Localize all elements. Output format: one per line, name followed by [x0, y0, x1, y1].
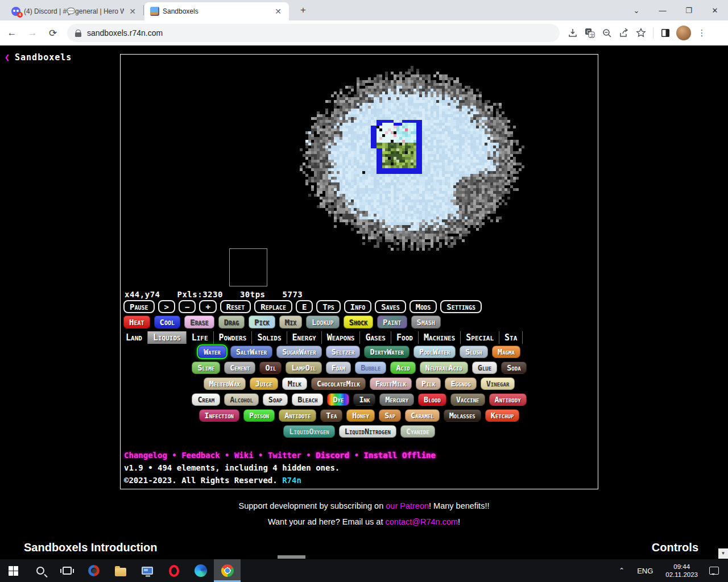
- element-seltzer-button[interactable]: Seltzer: [326, 346, 361, 358]
- control---button[interactable]: −: [179, 300, 196, 313]
- element-dye-button[interactable]: Dye: [327, 393, 349, 406]
- taskbar-search-button[interactable]: [27, 559, 53, 582]
- element-antibody-button[interactable]: Antibody: [489, 393, 527, 406]
- simulation-canvas[interactable]: [121, 55, 598, 251]
- category-tab-machines[interactable]: Machines: [419, 331, 461, 344]
- element-acid-button[interactable]: Acid: [390, 361, 415, 374]
- element-pilk-button[interactable]: Pilk: [416, 377, 441, 390]
- tab-discord[interactable]: 4 (4) Discord | #💬general | Hero Wa ✕: [6, 2, 143, 20]
- category-tab-powders[interactable]: Powders: [214, 331, 253, 344]
- minimize-button[interactable]: —: [650, 0, 676, 20]
- tool-smash-button[interactable]: Smash: [411, 315, 441, 329]
- control-saves-button[interactable]: Saves: [375, 300, 406, 313]
- download-icon[interactable]: [564, 24, 581, 41]
- element-cyanide-button[interactable]: Cyanide: [400, 425, 435, 438]
- element-infection-button[interactable]: Infection: [199, 409, 239, 422]
- element-oil-button[interactable]: Oil: [259, 361, 282, 374]
- url-text[interactable]: sandboxels.r74n.com: [87, 28, 163, 38]
- category-tab-life[interactable]: Life: [187, 331, 214, 344]
- element-tea-button[interactable]: Tea: [320, 409, 342, 422]
- tab-search-chevron-icon[interactable]: ⌄: [623, 0, 650, 20]
- element-ink-button[interactable]: Ink: [353, 393, 375, 406]
- notification-icon[interactable]: [709, 567, 719, 575]
- element-poison-button[interactable]: Poison: [243, 409, 275, 422]
- start-button[interactable]: [0, 559, 27, 582]
- zoom-icon[interactable]: [598, 24, 615, 41]
- control---button[interactable]: >: [158, 300, 175, 313]
- element-bubble-button[interactable]: Bubble: [355, 361, 386, 374]
- element-fruitmilk-button[interactable]: FruitMilk: [370, 377, 412, 390]
- chrome-button[interactable]: [214, 559, 241, 582]
- tab-close-icon[interactable]: ✕: [127, 7, 138, 16]
- element-neutralacid-button[interactable]: NeutralAcid: [420, 361, 468, 374]
- element-alcohol-button[interactable]: Alcohol: [224, 393, 259, 406]
- element-slush-button[interactable]: Slush: [460, 346, 488, 358]
- footer-link-changelog[interactable]: Changelog: [124, 451, 167, 460]
- control-e-button[interactable]: E: [296, 300, 313, 313]
- task-view-button[interactable]: [53, 559, 80, 582]
- element-cream-button[interactable]: Cream: [192, 393, 220, 406]
- element-eggnog-button[interactable]: Eggnog: [445, 377, 476, 390]
- category-tab-gases[interactable]: Gases: [360, 331, 391, 344]
- close-button[interactable]: ✕: [702, 0, 728, 20]
- forward-icon[interactable]: →: [24, 24, 41, 41]
- share-icon[interactable]: [615, 24, 632, 41]
- element-dirtywater-button[interactable]: DirtyWater: [364, 346, 410, 358]
- element-juice-button[interactable]: Juice: [250, 377, 278, 390]
- file-explorer-button[interactable]: [107, 559, 134, 582]
- tool-drag-button[interactable]: Drag: [218, 315, 245, 329]
- category-tab-land[interactable]: Land: [121, 331, 148, 344]
- browser-menu-icon[interactable]: ⋮: [693, 24, 710, 41]
- tool-mix-button[interactable]: Mix: [279, 315, 302, 329]
- translate-icon[interactable]: G文: [581, 24, 598, 41]
- opera-button[interactable]: [160, 559, 187, 582]
- footer-link-feedback[interactable]: Feedback: [181, 451, 220, 460]
- category-tab-solids[interactable]: Solids: [252, 331, 287, 344]
- footer-link-install-offline[interactable]: Install Offline: [364, 451, 436, 460]
- contact-email-link[interactable]: contact@R74n.com: [386, 517, 458, 526]
- element-saltwater-button[interactable]: SaltWater: [230, 346, 272, 358]
- category-tab-energy[interactable]: Energy: [287, 331, 322, 344]
- element-sap-button[interactable]: Sap: [379, 409, 401, 422]
- element-liquidoxygen-button[interactable]: LiquidOxygen: [283, 425, 334, 438]
- element-mercury-button[interactable]: Mercury: [379, 393, 414, 406]
- clock[interactable]: 09:44 02.11.2023: [660, 563, 704, 579]
- tool-erase-button[interactable]: Erase: [184, 315, 214, 329]
- horizontal-scrollbar-thumb[interactable]: [278, 555, 305, 559]
- element-cement-button[interactable]: Cement: [224, 361, 255, 374]
- footer-link-wiki[interactable]: Wiki: [234, 451, 254, 460]
- footer-link-discord[interactable]: Discord: [316, 451, 349, 460]
- tab-close-icon[interactable]: ✕: [273, 7, 283, 16]
- back-chevron-icon[interactable]: ❮: [5, 52, 10, 63]
- element-foam-button[interactable]: Foam: [326, 361, 351, 374]
- tool-heat-button[interactable]: Heat: [123, 315, 150, 329]
- category-tab-food[interactable]: Food: [391, 331, 419, 344]
- tool-pick-button[interactable]: Pick: [249, 315, 275, 329]
- tool-cool-button[interactable]: Cool: [154, 315, 181, 329]
- tab-sandboxels[interactable]: Sandboxels ✕: [144, 2, 289, 20]
- element-soda-button[interactable]: Soda: [501, 361, 526, 374]
- tray-chevron-icon[interactable]: ⌃: [613, 567, 630, 575]
- reload-icon[interactable]: ⟳: [44, 24, 61, 41]
- sync-app-button[interactable]: [80, 559, 107, 582]
- element-milk-button[interactable]: Milk: [282, 377, 307, 390]
- side-panel-icon[interactable]: [657, 24, 674, 41]
- element-ketchup-button[interactable]: Ketchup: [485, 409, 520, 422]
- tool-lookup-button[interactable]: Lookup: [306, 315, 340, 329]
- element-water-button[interactable]: Water: [198, 346, 226, 358]
- control-info-button[interactable]: Info: [344, 300, 372, 313]
- element-chocolatemilk-button[interactable]: ChocolateMilk: [311, 377, 366, 390]
- bookmark-star-icon[interactable]: [632, 24, 650, 41]
- element-antidote-button[interactable]: Antidote: [279, 409, 316, 422]
- new-tab-button[interactable]: +: [296, 5, 311, 17]
- language-indicator[interactable]: ENG: [630, 567, 660, 575]
- element-magma-button[interactable]: Magma: [492, 346, 520, 358]
- element-soap-button[interactable]: Soap: [263, 393, 288, 406]
- control-replace-button[interactable]: Replace: [254, 300, 292, 313]
- element-poolwater-button[interactable]: PoolWater: [413, 346, 456, 358]
- restore-button[interactable]: ❐: [676, 0, 702, 20]
- control-tps-button[interactable]: Tps: [316, 300, 340, 313]
- element-meltedwax-button[interactable]: MeltedWax: [204, 377, 246, 390]
- profile-avatar[interactable]: [676, 26, 691, 40]
- back-icon[interactable]: ←: [3, 24, 20, 41]
